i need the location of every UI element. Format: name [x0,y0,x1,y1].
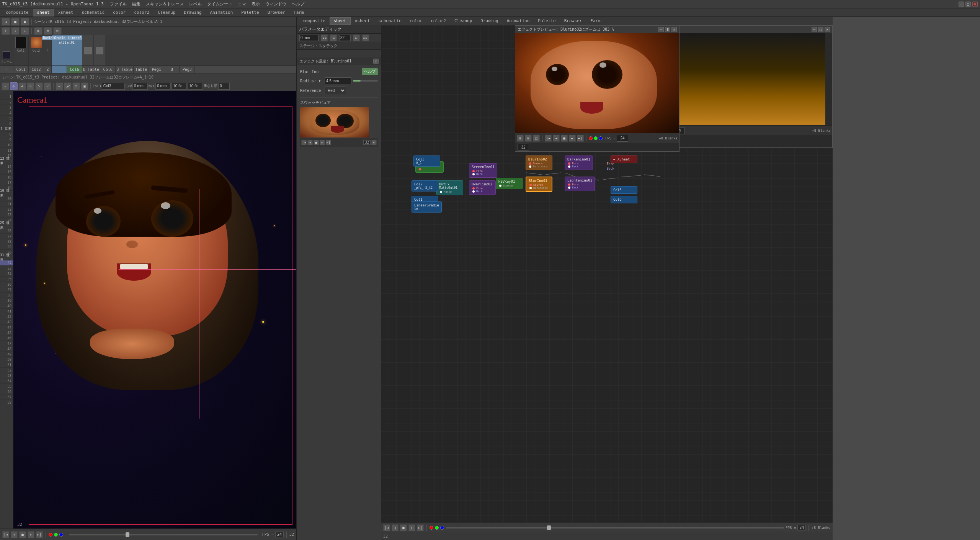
node-overlino02[interactable]: Overlino02 Fore Back [469,180,496,195]
draw-tool-select[interactable]: ⊹ [10,82,18,90]
tool-btn-5[interactable]: ⊞ [44,27,52,35]
swatch-transport-2[interactable]: ◄ [307,140,313,145]
blur-radius-slider[interactable] [353,80,378,82]
table1-header[interactable]: B Table [82,66,100,73]
effect-preview-close[interactable]: ✕ [671,27,677,32]
blur-help-btn[interactable]: ヘルプ [362,68,378,75]
rtab-browser[interactable]: Browser [560,17,586,25]
pv-prev-first[interactable]: |◄ [545,135,552,142]
param-frame-input[interactable] [339,35,351,41]
pv-prev[interactable]: ◄ [553,135,560,142]
node-col6-r1[interactable]: Col6 [611,186,637,194]
minimize-btn[interactable]: ─ [959,2,964,7]
blur-close-btn[interactable]: ✕ [373,59,379,64]
rtab-composite[interactable]: composite [298,17,330,25]
overlino02-port-back[interactable] [472,190,475,193]
b2-header[interactable]: B [164,66,180,73]
toolbar-btn-3[interactable]: ● [21,18,29,26]
color-dot-red[interactable] [49,533,52,537]
nb-dot-g[interactable] [435,526,439,530]
swatch-last-btn[interactable]: ► [371,140,377,145]
rtab-sheet[interactable]: sheet [330,17,351,25]
nb-fps-val[interactable]: 24 [797,525,806,530]
tab-palette[interactable]: Palette [237,9,263,16]
col2-header[interactable]: Col2 [29,66,44,73]
node-col3[interactable]: Col3 A_1 [413,155,440,167]
pv-play[interactable]: ► [569,135,576,142]
effect-preview-pause[interactable]: ⏸ [665,27,670,32]
menu-window[interactable]: ウィンドウ [265,1,286,7]
nb-slider[interactable] [446,527,784,529]
rtab-color2[interactable]: color2 [426,17,450,25]
peg3-header[interactable]: Peg3 [180,66,195,73]
nb-play[interactable]: ► [408,524,415,531]
darkenino01-port-back[interactable] [568,165,570,168]
color-dot-green[interactable] [54,533,58,537]
darkenino01-port-fore[interactable] [568,162,570,165]
peg1-header[interactable]: Peg1 [149,66,164,73]
tab-composite[interactable]: composite [2,9,33,16]
tab-browser[interactable]: Browser [263,9,289,16]
draw-tool-scale[interactable]: ⤡ [35,82,43,90]
blurino02-port-ref[interactable] [529,165,531,168]
param-mm-input[interactable] [299,35,318,41]
swatch-transport-5[interactable]: ►| [326,140,331,145]
blur-reference-select[interactable]: Red Green Blue [325,87,346,94]
node-lineargra[interactable]: LinearGradie te [412,201,442,213]
ew-input[interactable] [132,83,148,90]
rtab-palette[interactable]: Palette [534,17,560,25]
playback-slider[interactable] [69,534,258,535]
lightenino01-port-fore[interactable] [568,183,570,186]
pv-fps-input[interactable] [617,135,628,142]
menu-scan[interactable]: スキャン＆トレース [146,1,184,7]
draw-tool-pen[interactable]: ✏ [56,82,63,90]
ns-input[interactable] [155,83,171,90]
menu-level[interactable]: レベル [189,1,202,7]
pv-dot-r[interactable] [589,136,593,140]
tab-cleanup[interactable]: Cleanup [154,9,180,16]
tab-color[interactable]: color [109,9,130,16]
param-next-btn[interactable]: ►► [362,34,369,41]
effect-preview-minimize[interactable]: ─ [658,27,664,32]
nb-stop[interactable]: ■ [400,524,407,531]
outfx-port-matte[interactable] [440,191,442,193]
node-hsvkey[interactable]: HSVKey01 Source [496,178,523,189]
pv-btn-3[interactable]: □ [533,135,540,142]
blur-radius-input[interactable] [325,77,351,84]
tool-btn-2[interactable]: ↓ [11,27,20,35]
tab-drawing[interactable]: Drawing [180,9,206,16]
nb-prev[interactable]: ◄ [392,524,399,531]
tab-animation[interactable]: Animation [206,9,237,16]
pv-stop[interactable]: ■ [561,135,568,142]
draw-tool-shear[interactable]: ⟋ [44,82,51,90]
tool-btn-3[interactable]: + [21,27,29,35]
fld1-input[interactable] [172,83,187,90]
param-next-step-btn[interactable]: ► [353,34,360,41]
maximize-btn[interactable]: □ [965,2,971,7]
table3-header[interactable]: Table [134,66,149,73]
node-lightenino01[interactable]: LightenIno01 Fore Back [565,177,595,191]
play-btn[interactable]: ► [28,531,34,538]
node-blurino02[interactable]: BlurIno02 Source Reference [526,155,552,170]
pv-dot-b[interactable] [599,136,603,140]
rtab-drawing[interactable]: Drawing [476,17,502,25]
tool-btn-6[interactable]: ⊟ [53,27,62,35]
toolbar-btn-1[interactable]: ◄ [2,18,10,26]
camera-view[interactable]: Camera1 32 [13,91,296,529]
pv-dot-g[interactable] [594,136,598,140]
node-screenino[interactable]: ScreenIno01 Fore Back [469,163,497,178]
rtab-farm[interactable]: Farm [586,17,605,25]
nb-prev-first[interactable]: |◄ [383,524,390,531]
draw-tool-fill[interactable]: ▣ [81,82,88,90]
rot-input[interactable] [218,83,230,90]
stop-btn[interactable]: ■ [19,531,26,538]
swatch-frame[interactable]: 32 [363,140,371,145]
menu-view[interactable]: 表示 [252,1,260,7]
screenino-port-back[interactable] [472,173,475,175]
param-prev-btn[interactable]: ◄◄ [321,34,328,41]
blurino02-port-src[interactable] [529,162,531,165]
blurino01-port-ref[interactable] [529,187,532,189]
pv-btn-2[interactable]: ⊟ [525,135,532,142]
col3-input[interactable] [102,83,125,90]
node-col2[interactable]: Col2 _pfc_-5_t2 [412,180,438,191]
